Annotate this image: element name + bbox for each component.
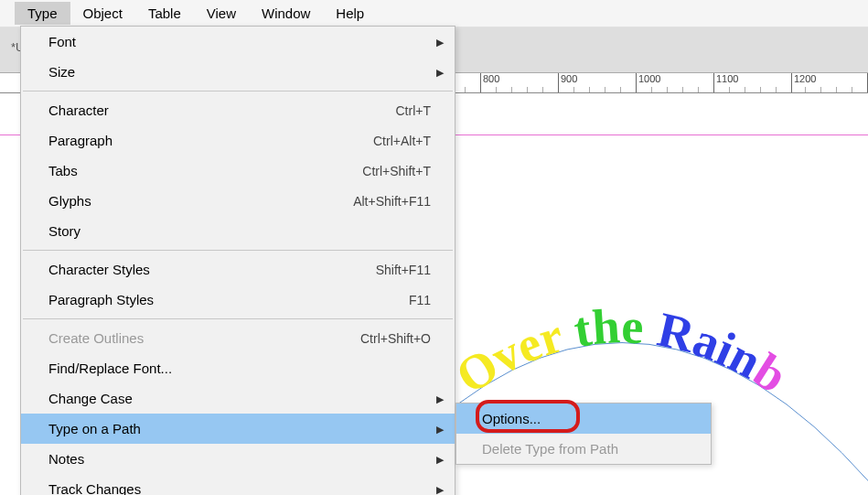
type-menu-dropdown: Font▶Size▶CharacterCtrl+TParagraphCtrl+A…	[20, 26, 455, 495]
submenu-arrow-icon: ▶	[436, 453, 444, 465]
menu-separator	[23, 91, 453, 91]
ruler-tick: 900	[558, 73, 577, 92]
menu-item-label: Notes	[48, 451, 445, 467]
menu-item-paragraph-styles[interactable]: Paragraph StylesF11	[21, 285, 455, 315]
menu-object[interactable]: Object	[70, 2, 135, 25]
ruler-tick: 1100	[713, 73, 738, 92]
menu-item-label: Find/Replace Font...	[48, 360, 445, 376]
menu-item-change-case[interactable]: Change Case▶	[21, 383, 455, 414]
menu-item-paragraph[interactable]: ParagraphCtrl+Alt+T	[21, 125, 455, 156]
menu-item-track-changes[interactable]: Track Changes▶	[21, 474, 455, 495]
menu-item-label: Create Outlines	[48, 330, 360, 346]
menu-item-size[interactable]: Size▶	[21, 57, 455, 87]
menu-item-label: Type on a Path	[48, 421, 445, 436]
submenu-arrow-icon: ▶	[436, 66, 444, 78]
menu-view[interactable]: View	[194, 2, 249, 25]
menu-item-shortcut: Shift+F11	[376, 263, 445, 277]
submenu-item-options[interactable]: Options...	[456, 404, 711, 434]
menu-item-create-outlines: Create OutlinesCtrl+Shift+O	[21, 323, 455, 353]
menu-item-label: Paragraph Styles	[48, 292, 409, 307]
menu-item-shortcut: Ctrl+Alt+T	[373, 134, 445, 148]
menu-item-character[interactable]: CharacterCtrl+T	[21, 95, 455, 125]
menu-item-label: Character	[48, 102, 396, 118]
submenu-arrow-icon: ▶	[436, 36, 444, 48]
submenu-item-label: Options...	[482, 411, 541, 426]
menu-item-font[interactable]: Font▶	[21, 27, 455, 57]
menu-window[interactable]: Window	[249, 2, 323, 25]
menu-item-shortcut: Ctrl+Shift+O	[360, 331, 445, 346]
menu-item-character-styles[interactable]: Character StylesShift+F11	[21, 254, 455, 285]
menu-item-shortcut: F11	[409, 293, 445, 307]
menu-item-shortcut: Alt+Shift+F11	[353, 194, 445, 209]
submenu-arrow-icon: ▶	[436, 393, 444, 404]
ruler-tick: 1200	[791, 73, 816, 92]
submenu-item-label: Delete Type from Path	[482, 441, 618, 457]
menu-separator	[23, 250, 453, 251]
menu-item-label: Change Case	[48, 391, 445, 406]
menu-table[interactable]: Table	[135, 2, 194, 25]
menu-type[interactable]: Type	[15, 2, 70, 25]
menu-item-label: Story	[48, 223, 445, 239]
menu-separator	[23, 318, 453, 319]
menu-item-shortcut: Ctrl+Shift+T	[362, 164, 445, 178]
menu-item-notes[interactable]: Notes▶	[21, 444, 455, 474]
menubar: TypeObjectTableViewWindowHelp	[0, 0, 868, 27]
menu-item-tabs[interactable]: TabsCtrl+Shift+T	[21, 156, 455, 186]
menu-item-glyphs[interactable]: GlyphsAlt+Shift+F11	[21, 186, 455, 216]
ruler-tick: 1000	[636, 73, 660, 92]
menu-help[interactable]: Help	[323, 2, 377, 25]
ruler-tick: 800	[480, 73, 499, 92]
menu-item-label: Tabs	[48, 163, 362, 178]
menu-item-type-on-a-path[interactable]: Type on a Path▶	[21, 414, 455, 444]
menu-item-label: Glyphs	[48, 193, 353, 209]
menu-item-label: Paragraph	[48, 133, 373, 148]
menu-item-label: Track Changes	[48, 481, 445, 495]
submenu-item-delete-type-from-path: Delete Type from Path	[456, 434, 711, 464]
submenu-arrow-icon: ▶	[436, 483, 444, 495]
svg-text:Over the Rainb: Over the Rainb	[446, 298, 797, 404]
menu-item-label: Font	[48, 34, 445, 49]
menu-item-label: Character Styles	[48, 262, 376, 277]
menu-item-story[interactable]: Story	[21, 216, 455, 246]
menu-item-find-replace-font[interactable]: Find/Replace Font...	[21, 353, 455, 383]
menu-item-label: Size	[48, 64, 445, 80]
submenu-arrow-icon: ▶	[436, 423, 444, 435]
type-on-path-submenu: Options...Delete Type from Path	[455, 403, 712, 465]
menu-item-shortcut: Ctrl+T	[396, 103, 446, 118]
